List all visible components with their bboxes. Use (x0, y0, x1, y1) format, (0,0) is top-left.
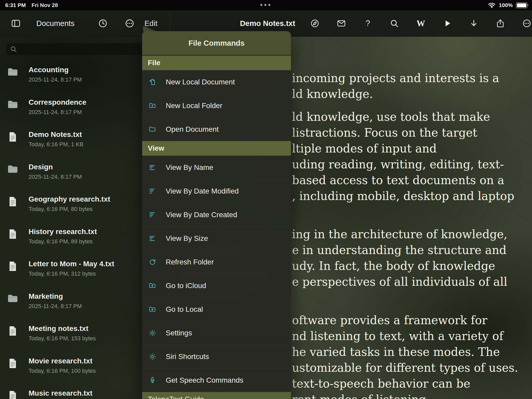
document-text-line: rent modes of listening. (292, 391, 531, 399)
item-meta: 2025-11-24, 8:17 PM (29, 109, 87, 116)
item-meta: Today, 6:16 PM, 312 bytes (29, 270, 114, 277)
item-name: Demo Notes.txt (29, 130, 83, 139)
menu-item-label: Go to iCloud (166, 282, 206, 290)
folder-icon (7, 293, 19, 305)
recents-button[interactable] (98, 18, 108, 28)
browser-button[interactable] (310, 19, 320, 28)
folder-arrow-up-icon (149, 282, 156, 290)
document-text-line: ing in the architecture of knowledge, (292, 226, 531, 242)
document-text: incoming projects and interests is a ld … (292, 70, 531, 399)
battery-percent: 100% (499, 2, 513, 8)
menu-item-label: Open Document (166, 125, 219, 134)
menu-item-siri-shortcuts[interactable]: Siri Shortcuts (142, 345, 291, 368)
document-icon (7, 325, 19, 337)
document-text-line: he varied tasks in these modes. The (292, 344, 531, 360)
status-time: 6:31 PM (5, 2, 26, 8)
item-name: Meeting notes.txt (29, 324, 96, 333)
menu-item-view-by-date-modified[interactable]: View By Date Modified (142, 179, 291, 203)
menu-item-view-by-size[interactable]: View By Size (142, 227, 291, 250)
menu-item-new-local-folder[interactable]: New Local Folder (142, 94, 291, 117)
share-button[interactable] (496, 19, 505, 28)
document-icon (7, 228, 19, 240)
menu-item-telepatext-guide[interactable]: TelepaText Guide (142, 392, 291, 399)
menu-item-label: Siri Shortcuts (166, 353, 209, 361)
menu-item-label: New Local Document (166, 78, 235, 86)
menu-item-label: Settings (166, 329, 192, 337)
play-icon (443, 18, 452, 28)
sort-lines-icon (149, 235, 156, 242)
ellipsis-circle-icon (522, 18, 531, 28)
document-icon (7, 357, 19, 369)
menu-item-refresh-folder[interactable]: Refresh Folder (142, 250, 291, 274)
item-name: Marketing (29, 292, 82, 301)
folder-icon (149, 125, 156, 133)
item-meta: 2025-11-24, 8:17 PM (29, 303, 82, 310)
document-text-line: ltiple modes of input and (292, 141, 531, 156)
document-text-line: incoming projects and interests is a (292, 70, 531, 86)
item-meta: Today, 6:16 PM, 1 KB (29, 141, 83, 148)
play-speech-button[interactable] (443, 19, 452, 28)
document-text-line: nd listening to text, with a variety of (292, 328, 531, 344)
menu-item-label: View By Date Modified (166, 187, 239, 195)
search-icon (390, 18, 399, 28)
document-text-line: text-to-speech behavior can be (292, 376, 531, 391)
download-button[interactable] (469, 19, 478, 28)
item-meta: Today, 6:16 PM, 80 bytes (29, 206, 110, 212)
more-actions-button[interactable] (522, 19, 531, 28)
menu-item-label: View By Size (166, 234, 208, 243)
menu-item-view-by-name[interactable]: View By Name (142, 156, 291, 179)
sidebar-search-input[interactable] (6, 43, 163, 55)
document-text-line: oftware provides a framework for (292, 312, 531, 328)
document-text-line: ld knowledge. (292, 86, 531, 102)
battery-icon (516, 2, 527, 8)
item-meta: 2025-11-24, 8:17 PM (29, 174, 82, 180)
item-name: Letter to Mom - May 4.txt (29, 260, 114, 268)
file-commands-button[interactable] (125, 18, 135, 28)
multitasking-indicator-icon[interactable]: ••• (260, 0, 272, 10)
menu-item-settings[interactable]: Settings (142, 321, 291, 345)
menu-item-label: View By Name (166, 163, 213, 172)
wifi-icon (488, 2, 496, 8)
menu-item-new-local-document[interactable]: New Local Document (142, 70, 291, 94)
document-text-line: uding reading, writing, editing, text- (292, 156, 531, 172)
menu-item-view-by-date-created[interactable]: View By Date Created (142, 203, 291, 227)
down-arrow-icon (469, 18, 478, 28)
document-text-line: e in understanding the structure and (292, 242, 531, 258)
menu-item-get-speech-commands[interactable]: Get Speech Commands (142, 368, 291, 392)
help-button[interactable]: ? (363, 19, 373, 28)
menu-item-go-to-icloud[interactable]: Go to iCloud (142, 274, 291, 297)
document-icon (7, 196, 19, 208)
item-meta: Today, 6:16 PM, 100 bytes (29, 368, 96, 374)
menu-item-open-document[interactable]: Open Document (142, 117, 291, 141)
item-name: Geography research.txt (29, 195, 110, 203)
document-text-line: , including mobile, desktop and laptop (292, 188, 531, 204)
document-title: Demo Notes.txt (240, 19, 295, 28)
item-meta: Today, 6:16 PM, 153 bytes (29, 335, 96, 342)
mail-button[interactable] (337, 19, 346, 28)
refresh-arrow-icon (149, 258, 156, 266)
menu-item-label: Refresh Folder (166, 258, 214, 266)
section-header-file: File (142, 56, 291, 70)
folder-plus-icon (149, 102, 156, 110)
menu-item-go-to-local[interactable]: Go to Local (142, 297, 291, 321)
popover-arrow (143, 26, 157, 31)
section-header-view: View (142, 141, 291, 156)
document-text-line: ustomizable for different types of uses. (292, 360, 531, 376)
document-icon (7, 390, 19, 399)
item-name: Music research.txt (29, 389, 93, 397)
document-text-line: based access to text documents on a (292, 172, 531, 188)
compass-icon (310, 18, 320, 28)
sidebar-toggle-button[interactable] (11, 18, 21, 28)
menu-item-label: Get Speech Commands (166, 376, 243, 384)
sort-lines-icon (149, 211, 156, 219)
gear-icon (149, 329, 156, 337)
folder-arrow-up-icon (149, 305, 156, 313)
status-date: Fri Nov 28 (31, 2, 58, 8)
wikipedia-button[interactable]: W (416, 19, 425, 28)
search-button[interactable] (390, 19, 399, 28)
document-icon (7, 260, 19, 272)
sidebar-toggle-icon (11, 18, 21, 28)
share-export-icon (496, 18, 505, 28)
folder-icon (7, 66, 19, 78)
gear-icon (149, 353, 156, 361)
